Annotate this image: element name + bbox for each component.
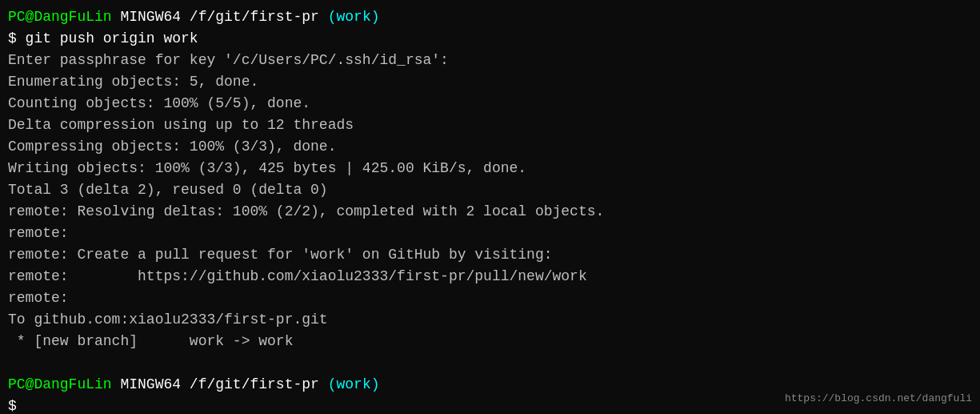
command-text-1: $ git push origin work (8, 30, 198, 46)
terminal-line-12: remote: Create a pull request for 'work'… (8, 244, 972, 266)
prompt-mingw-1: MINGW64 (112, 9, 190, 25)
terminal-line-11: remote: (8, 223, 972, 244)
terminal-line-8: Writing objects: 100% (3/3), 425 bytes |… (8, 158, 972, 179)
terminal-line-3: Enter passphrase for key '/c/Users/PC/.s… (8, 50, 972, 71)
prompt-branch-2: (work) (319, 376, 380, 392)
terminal-line-2: $ git push origin work (8, 28, 972, 50)
prompt-path-1: /f/git/first-pr (190, 9, 319, 25)
terminal-line-1: PC@DangFuLin MINGW64 /f/git/first-pr (wo… (8, 6, 972, 28)
prompt-user-2: PC@DangFuLin (8, 376, 112, 392)
prompt-branch-1: (work) (319, 9, 380, 25)
prompt-user-1: PC@DangFuLin (8, 9, 112, 25)
terminal-line-10: remote: Resolving deltas: 100% (2/2), co… (8, 201, 972, 223)
terminal-line-9: Total 3 (delta 2), reused 0 (delta 0) (8, 179, 972, 201)
terminal-line-4: Enumerating objects: 5, done. (8, 71, 972, 93)
terminal-line-15: To github.com:xiaolu2333/first-pr.git (8, 309, 972, 331)
terminal-line-16: * [new branch] work -> work (8, 331, 972, 352)
terminal-line-13: remote: https://github.com/xiaolu2333/fi… (8, 266, 972, 287)
terminal-window: PC@DangFuLin MINGW64 /f/git/first-pr (wo… (0, 0, 980, 414)
terminal-line-7: Compressing objects: 100% (3/3), done. (8, 136, 972, 158)
prompt-path-2: /f/git/first-pr (190, 376, 319, 392)
prompt-mingw-2: MINGW64 (112, 376, 190, 392)
watermark: https://blog.csdn.net/dangfuli (785, 391, 972, 407)
terminal-line-6: Delta compression using up to 12 threads (8, 115, 972, 136)
terminal-line-5: Counting objects: 100% (5/5), done. (8, 93, 972, 115)
terminal-line-14: remote: (8, 287, 972, 309)
terminal-blank-line (8, 352, 972, 374)
command-text-2: $ (8, 398, 26, 414)
